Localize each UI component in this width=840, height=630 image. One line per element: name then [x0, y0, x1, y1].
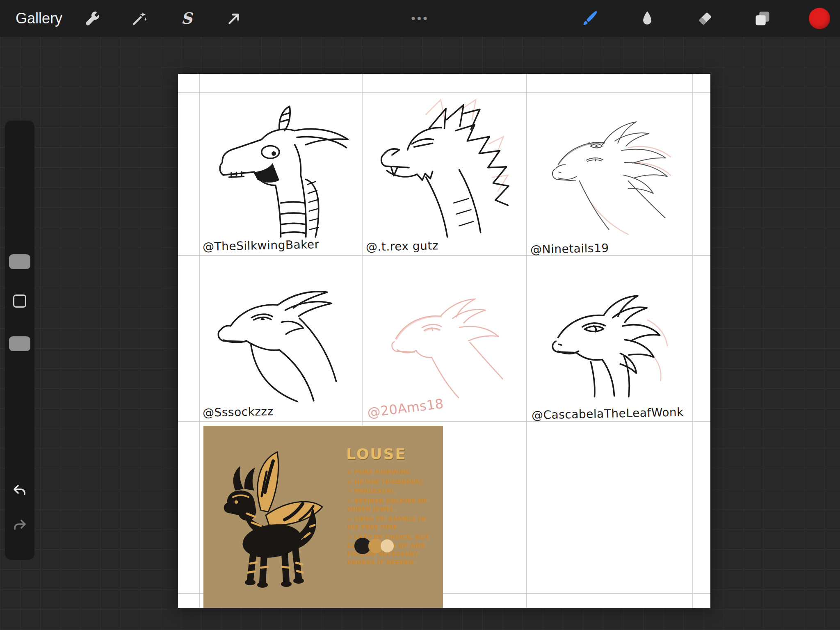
magic-wand-icon[interactable]	[128, 7, 151, 30]
dragon-sketch-thirdeye	[527, 92, 693, 240]
redo-icon[interactable]	[11, 516, 29, 534]
top-toolbar: Gallery S •••	[0, 0, 840, 37]
eraser-icon[interactable]	[694, 7, 717, 30]
brush-size-slider[interactable]	[9, 254, 30, 269]
wrench-icon[interactable]	[81, 7, 104, 30]
dragon-sketch-pink	[362, 256, 527, 405]
brush-controls-sidebar	[5, 121, 34, 560]
character-reference-card: LOUSE > PURE HIVEWING > HE/SHE (BIGENDER…	[203, 426, 443, 608]
opacity-slider[interactable]	[9, 336, 30, 351]
artist-label: @Sssockzzz	[203, 404, 274, 420]
smudge-icon[interactable]	[636, 7, 659, 30]
dragon-sketch-clean	[199, 256, 362, 405]
trait-line: > LIKES TO GAMBLE IN HIS FREE TIME	[347, 515, 438, 532]
dragon-sketch-leafwing	[527, 256, 693, 407]
dragon-sketch-silkwing	[199, 92, 362, 240]
character-name: LOUSE	[346, 445, 406, 462]
transform-arrow-icon[interactable]	[223, 7, 246, 30]
canvas-options-dots[interactable]: •••	[408, 0, 432, 37]
artist-label: @.t.rex gutz	[366, 239, 439, 254]
trait-line: > PURE HIVEWING	[347, 468, 438, 476]
layers-icon[interactable]	[751, 7, 774, 30]
paint-brush-icon[interactable]	[578, 7, 601, 30]
selection-icon[interactable]: S	[175, 7, 198, 30]
gallery-button[interactable]: Gallery	[16, 0, 62, 37]
hivewing-character-illustration	[204, 445, 327, 600]
drawing-canvas[interactable]: @TheSilkwingBaker @.t.rex gutz @Ninetail…	[178, 74, 710, 608]
active-color-swatch[interactable]	[809, 8, 830, 29]
trait-line: > RETIRED SOLDIER OF QUEEN JEWEL	[347, 497, 438, 514]
selection-glyph: S	[181, 11, 192, 26]
artist-label: @TheSilkwingBaker	[203, 237, 320, 253]
trait-line: > HE/SHE (BIGENDER)	[347, 477, 438, 486]
dragon-sketch-spiky	[362, 92, 527, 240]
trait-line: > PANSEXUAL	[347, 487, 438, 495]
character-color-palette	[352, 536, 405, 556]
artist-label: @Ninetails19	[530, 241, 609, 256]
undo-icon[interactable]	[11, 482, 29, 500]
modify-button[interactable]	[13, 294, 26, 308]
